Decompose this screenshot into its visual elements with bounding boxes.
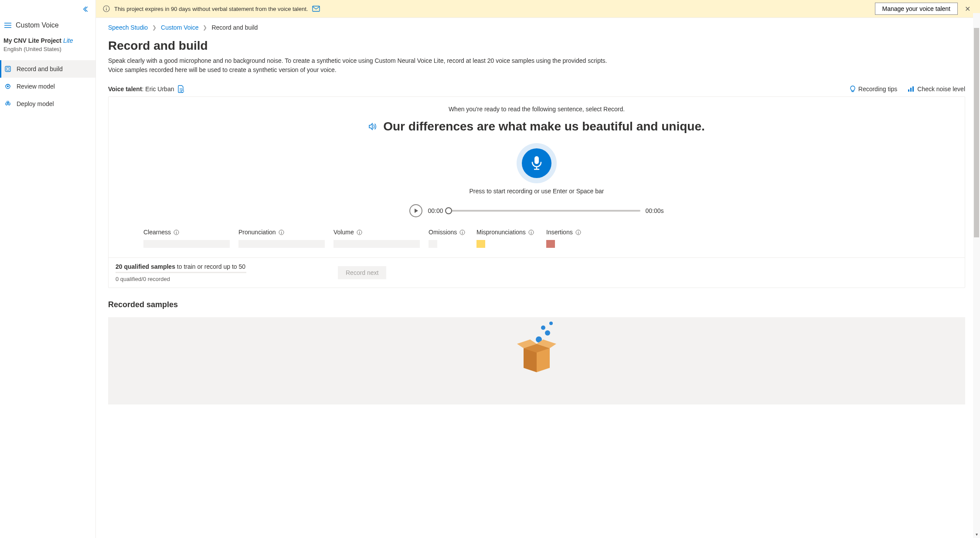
speaker-icon[interactable] bbox=[368, 123, 377, 130]
svg-rect-6 bbox=[313, 6, 320, 11]
svg-point-5 bbox=[106, 7, 107, 8]
microphone-icon bbox=[531, 155, 543, 171]
metrics-row: Clearness Pronunciation bbox=[143, 229, 930, 248]
svg-point-3 bbox=[7, 86, 9, 87]
info-icon[interactable] bbox=[357, 230, 362, 235]
expiry-banner: This project expires in 90 days without … bbox=[96, 0, 980, 18]
chevron-right-icon: ❯ bbox=[203, 24, 207, 31]
document-icon[interactable] bbox=[177, 85, 184, 93]
time-current: 00:00 bbox=[428, 207, 443, 214]
info-icon[interactable] bbox=[459, 230, 465, 235]
svg-point-25 bbox=[541, 326, 545, 330]
sidebar-item-review-model[interactable]: Review model bbox=[0, 78, 95, 95]
play-icon bbox=[414, 208, 419, 213]
audio-player: 00:00 00:00s bbox=[143, 204, 930, 217]
recorded-samples-empty bbox=[108, 317, 965, 404]
record-button[interactable] bbox=[517, 143, 557, 183]
svg-rect-1 bbox=[7, 68, 9, 70]
info-icon[interactable] bbox=[279, 230, 284, 235]
deploy-icon bbox=[4, 100, 11, 107]
record-icon bbox=[4, 65, 11, 72]
recording-card-footer: 20 qualified samples to train or record … bbox=[109, 257, 965, 288]
qualified-sub-text: 0 qualified/0 recorded bbox=[116, 276, 246, 282]
project-language: English (United States) bbox=[3, 46, 95, 52]
seek-slider[interactable] bbox=[449, 210, 640, 212]
sidebar-item-deploy-model[interactable]: Deploy model bbox=[0, 95, 95, 113]
info-icon[interactable] bbox=[174, 230, 179, 235]
play-button[interactable] bbox=[409, 204, 422, 217]
metric-mispronunciations: Mispronunciations bbox=[476, 229, 538, 248]
page-description: Speak clearly with a good microphone and… bbox=[108, 56, 623, 75]
collapse-sidebar-button[interactable] bbox=[82, 6, 88, 14]
close-banner-button[interactable]: ✕ bbox=[962, 5, 973, 13]
banner-text: This project expires in 90 days without … bbox=[114, 6, 308, 12]
check-noise-level-link[interactable]: Check noise level bbox=[908, 86, 965, 93]
svg-point-15 bbox=[281, 231, 281, 231]
mic-hint: Press to start recording or use Enter or… bbox=[143, 188, 930, 195]
info-icon[interactable] bbox=[575, 230, 581, 235]
sidebar-item-label: Record and build bbox=[17, 65, 63, 72]
metric-volume: Volume bbox=[333, 229, 420, 248]
scrollbar[interactable]: ▴ ▾ bbox=[973, 13, 980, 538]
recording-card: When you're ready to read the following … bbox=[108, 96, 965, 288]
breadcrumb-link[interactable]: Speech Studio bbox=[108, 24, 148, 31]
svg-point-26 bbox=[545, 330, 550, 336]
metric-pronunciation: Pronunciation bbox=[238, 229, 325, 248]
record-hint: When you're ready to read the following … bbox=[143, 106, 930, 113]
menu-icon[interactable] bbox=[4, 23, 11, 28]
svg-point-21 bbox=[531, 231, 531, 231]
recording-tips-link[interactable]: Recording tips bbox=[850, 86, 898, 93]
record-next-button[interactable]: Record next bbox=[338, 266, 386, 279]
svg-point-17 bbox=[359, 231, 360, 231]
slider-thumb[interactable] bbox=[445, 207, 452, 214]
time-total: 00:00s bbox=[646, 207, 664, 214]
sidebar-nav: Record and build Review model Deploy mod… bbox=[0, 60, 95, 113]
voice-talent-label: Voice talent: Eric Urban bbox=[108, 86, 174, 93]
info-icon bbox=[103, 5, 110, 12]
metric-omissions: Omissions bbox=[429, 229, 468, 248]
lightbulb-icon bbox=[850, 86, 856, 93]
breadcrumb: Speech Studio ❯ Custom Voice ❯ Record an… bbox=[108, 24, 965, 31]
bars-icon bbox=[908, 86, 915, 92]
svg-point-23 bbox=[578, 231, 578, 231]
svg-rect-9 bbox=[910, 88, 912, 92]
page-title: Record and build bbox=[108, 39, 965, 53]
sidebar-item-record-build[interactable]: Record and build bbox=[0, 60, 95, 78]
mail-icon[interactable] bbox=[312, 6, 320, 12]
qualified-samples-text: 20 qualified samples to train or record … bbox=[116, 263, 246, 270]
scroll-down-icon[interactable]: ▾ bbox=[974, 532, 979, 537]
breadcrumb-link[interactable]: Custom Voice bbox=[161, 24, 198, 31]
metric-insertions: Insertions bbox=[546, 229, 585, 248]
svg-point-19 bbox=[462, 231, 463, 231]
svg-point-24 bbox=[549, 322, 553, 325]
sidebar: Custom Voice My CNV Lite Project Lite En… bbox=[0, 0, 96, 538]
breadcrumb-current: Record and build bbox=[211, 24, 258, 31]
recorded-samples-title: Recorded samples bbox=[108, 300, 965, 309]
empty-box-icon bbox=[513, 320, 561, 377]
chevron-right-icon: ❯ bbox=[152, 24, 157, 31]
scrollbar-thumb[interactable] bbox=[974, 28, 979, 237]
svg-rect-11 bbox=[534, 156, 539, 164]
svg-rect-8 bbox=[908, 89, 909, 92]
metric-clearness: Clearness bbox=[143, 229, 230, 248]
review-icon bbox=[4, 83, 11, 90]
manage-voice-talent-button[interactable]: Manage your voice talent bbox=[875, 3, 958, 15]
progress-bar bbox=[116, 272, 246, 273]
recording-sentence: Our differences are what make us beautif… bbox=[383, 120, 705, 134]
project-name: My CNV Lite Project Lite bbox=[3, 37, 95, 44]
app-title: Custom Voice bbox=[16, 21, 59, 29]
svg-rect-0 bbox=[5, 66, 10, 72]
svg-rect-10 bbox=[912, 86, 914, 92]
svg-point-7 bbox=[182, 90, 184, 93]
info-icon[interactable] bbox=[528, 230, 534, 235]
sidebar-item-label: Deploy model bbox=[17, 100, 54, 107]
svg-point-13 bbox=[176, 231, 177, 231]
sidebar-item-label: Review model bbox=[17, 83, 55, 90]
